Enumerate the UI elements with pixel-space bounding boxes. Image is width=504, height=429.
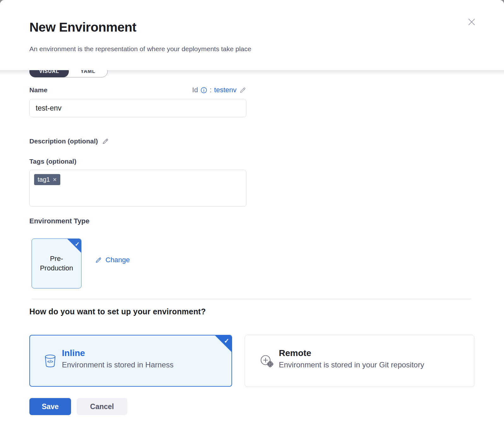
tab-visual[interactable]: VISUAL bbox=[29, 70, 69, 77]
option-description: Environment is stored in Harness bbox=[62, 360, 173, 369]
close-button[interactable] bbox=[465, 16, 478, 29]
option-title: Inline bbox=[62, 348, 173, 358]
id-value: testenv bbox=[214, 86, 237, 94]
modal-subtitle: An environment is the representation of … bbox=[29, 45, 251, 53]
tag-remove-icon[interactable]: ✕ bbox=[53, 177, 57, 182]
cancel-button[interactable]: Cancel bbox=[77, 398, 127, 415]
id-separator: : bbox=[210, 86, 212, 94]
inline-harness-icon: </> bbox=[44, 354, 57, 368]
id-label: Id bbox=[192, 86, 198, 94]
environment-type-label: Environment Type bbox=[29, 217, 89, 225]
name-input[interactable] bbox=[29, 99, 246, 117]
edit-description-pencil-icon[interactable] bbox=[102, 138, 109, 145]
svg-text:</>: </> bbox=[47, 359, 53, 364]
edit-id-pencil-icon[interactable] bbox=[239, 87, 246, 94]
check-icon: ✓ bbox=[224, 337, 229, 345]
remote-git-icon bbox=[259, 353, 273, 368]
option-card-inline[interactable]: </> Inline Environment is stored in Harn… bbox=[29, 335, 232, 387]
option-description: Environment is stored in your Git reposi… bbox=[279, 360, 424, 369]
option-text: Inline Environment is stored in Harness bbox=[62, 348, 173, 369]
check-icon: ✓ bbox=[75, 239, 80, 249]
tags-label: Tags (optional) bbox=[29, 158, 76, 165]
option-card-remote[interactable]: Remote Environment is stored in your Git… bbox=[245, 335, 474, 387]
setup-heading: How do you want to set up your environme… bbox=[29, 307, 206, 316]
modal-header: New Environment An environment is the re… bbox=[0, 0, 504, 70]
description-label: Description (optional) bbox=[29, 137, 98, 145]
tag-chip-label: tag1 bbox=[38, 176, 50, 183]
tag-chip: tag1 ✕ bbox=[34, 174, 60, 185]
close-icon bbox=[467, 17, 477, 28]
save-button[interactable]: Save bbox=[29, 398, 71, 415]
name-id-row: Name Id : testenv bbox=[29, 86, 246, 94]
option-title: Remote bbox=[279, 348, 424, 358]
environment-type-card: Pre-Production ✓ bbox=[32, 239, 81, 288]
section-divider bbox=[32, 299, 471, 299]
modal-content: VISUAL YAML Name Id : testenv bbox=[0, 70, 504, 429]
tab-yaml[interactable]: YAML bbox=[69, 70, 107, 77]
environment-type-value: Pre-Production bbox=[35, 254, 78, 273]
editor-mode-toggle: VISUAL YAML bbox=[29, 70, 108, 78]
new-environment-modal: New Environment An environment is the re… bbox=[0, 0, 504, 429]
name-label: Name bbox=[29, 86, 47, 94]
page-title: New Environment bbox=[29, 20, 136, 35]
change-environment-type-link[interactable]: Change bbox=[95, 256, 130, 264]
id-row: Id : testenv bbox=[192, 86, 246, 94]
id-info-icon[interactable] bbox=[201, 87, 207, 94]
option-text: Remote Environment is stored in your Git… bbox=[279, 348, 424, 369]
change-pencil-icon bbox=[95, 257, 102, 264]
change-label: Change bbox=[105, 256, 130, 264]
tags-input[interactable]: tag1 ✕ bbox=[29, 170, 246, 207]
description-row: Description (optional) bbox=[29, 137, 109, 145]
